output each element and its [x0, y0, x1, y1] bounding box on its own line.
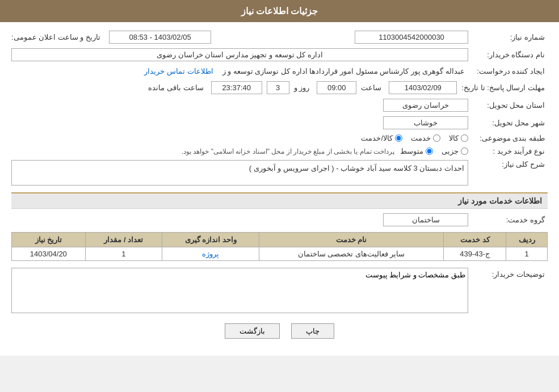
- general-desc-value: احداث دبستان 3 کلاسه سید آباد خوشاب - ( …: [249, 164, 464, 172]
- announce-date-label: تاریخ و ساعت اعلان عمومی:: [11, 33, 103, 41]
- category-radio-group: کالا خدمت کالا/خدمت: [361, 134, 468, 142]
- need-number-label: شماره نیاز:: [474, 33, 548, 41]
- deadline-remaining-label: ساعت باقی مانده: [148, 83, 206, 92]
- purchase-jozvi-label: جزیی: [442, 147, 459, 155]
- category-khedmat-label: خدمت: [411, 134, 431, 142]
- col-date: تاریخ نیاز: [12, 233, 86, 247]
- buttons-row: چاپ بازگشت: [11, 323, 548, 339]
- deadline-time: 09:00: [317, 81, 356, 94]
- deadline-days: 3: [267, 81, 289, 94]
- province-label: استان محل تحویل:: [474, 101, 548, 109]
- col-unit: واحد اندازه گیری: [162, 233, 259, 247]
- buyer-notes-textarea[interactable]: [11, 268, 468, 313]
- purchase-jozvi-radio[interactable]: [461, 147, 468, 155]
- col-service-code: کد خدمت: [444, 233, 506, 247]
- category-kala-label: کالا: [449, 134, 459, 142]
- category-khedmat-radio[interactable]: [433, 134, 440, 142]
- city-value: خوشاب: [383, 116, 468, 129]
- purchase-type-radio-group: جزیی متوسط: [400, 147, 468, 155]
- deadline-remaining: 23:37:40: [211, 81, 262, 94]
- general-desc-label: شرح کلی نیاز:: [474, 160, 548, 168]
- need-number-value: 1103004542000030: [355, 31, 468, 44]
- province-value: خراسان رضوی: [383, 99, 468, 112]
- buyer-notes-label: توضیحات خریدار:: [474, 268, 548, 279]
- table-row: 1ج-43-439سایر فعالیت‌های تخصصی ساختمانپر…: [12, 247, 548, 261]
- purchase-motavaset-label: متوسط: [400, 147, 423, 155]
- header-title: جزئیات اطلاعات نیاز: [241, 6, 318, 16]
- service-group-label: گروه خدمت:: [474, 216, 548, 224]
- services-section-title: اطلاعات خدمات مورد نیاز: [11, 192, 548, 209]
- col-row-num: ردیف: [506, 233, 548, 247]
- buyer-org-value: اداره کل توسعه و تجهیز مدارس استان خراسا…: [11, 48, 468, 61]
- category-kala-item: کالا: [449, 134, 468, 142]
- back-button[interactable]: بازگشت: [225, 323, 280, 339]
- purchase-type-label: نوع فرآیند خرید :: [474, 147, 548, 155]
- creator-link[interactable]: اطلاعات تماس خریدار: [144, 67, 213, 75]
- category-kala-radio[interactable]: [461, 134, 468, 142]
- creator-label: ایجاد کننده درخواست:: [474, 67, 548, 75]
- category-khedmat-item: خدمت: [411, 134, 440, 142]
- category-kala-khedmat-label: کالا/خدمت: [361, 134, 393, 142]
- deadline-label: مهلت ارسال پاسخ: تا تاریخ:: [461, 83, 548, 92]
- creator-value: عبداله گوهری پور کارشناس مسئول امور قرار…: [219, 66, 468, 77]
- announce-date-value: 1403/02/05 - 08:53: [109, 31, 211, 44]
- category-label: طبقه بندی موضوعی:: [474, 134, 548, 142]
- print-button[interactable]: چاپ: [291, 323, 334, 339]
- buyer-org-label: نام دستگاه خریدار:: [474, 50, 548, 59]
- col-service-name: نام خدمت: [259, 233, 444, 247]
- service-group-value: ساختمان: [383, 213, 468, 226]
- category-kala-khedmat-radio[interactable]: [395, 134, 402, 142]
- services-table-container: ردیف کد خدمت نام خدمت واحد اندازه گیری ت…: [11, 232, 548, 261]
- deadline-time-label: ساعت: [361, 83, 384, 92]
- deadline-day-label: روز و: [294, 83, 313, 92]
- purchase-jozvi-item: جزیی: [442, 147, 468, 155]
- services-table: ردیف کد خدمت نام خدمت واحد اندازه گیری ت…: [11, 232, 548, 261]
- deadline-date: 1403/02/09: [389, 81, 457, 94]
- purchase-desc: پرداخت تمام یا بخشی از مبلغ خریدار از مح…: [182, 147, 394, 155]
- category-kala-khedmat-item: کالا/خدمت: [361, 134, 402, 142]
- page-header: جزئیات اطلاعات نیاز: [0, 0, 559, 22]
- city-label: شهر محل تحویل:: [474, 119, 548, 127]
- purchase-motavaset-item: متوسط: [400, 147, 433, 155]
- purchase-motavaset-radio[interactable]: [426, 147, 433, 155]
- col-quantity: تعداد / مقدار: [85, 233, 162, 247]
